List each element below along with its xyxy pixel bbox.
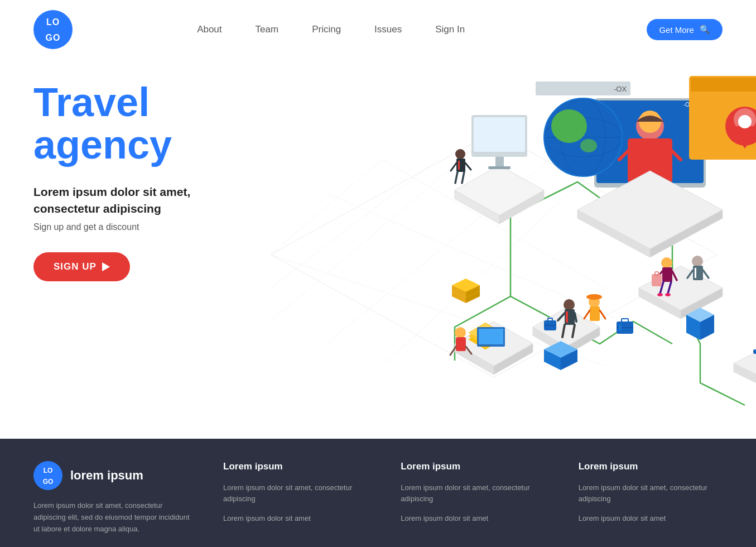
- site-footer: lorem ipsum Lorem ipsum dolor sit amet, …: [0, 439, 756, 547]
- main-section: Travel agency Lorem ipsum dolor sit amet…: [0, 59, 756, 439]
- footer-logo-icon: [33, 461, 62, 490]
- svg-point-51: [455, 149, 465, 159]
- svg-rect-48: [474, 117, 525, 152]
- svg-line-55: [465, 163, 471, 170]
- svg-rect-49: [495, 157, 504, 167]
- svg-point-74: [665, 293, 671, 296]
- svg-line-42: [584, 310, 590, 319]
- svg-marker-64: [639, 266, 723, 310]
- svg-rect-21: [479, 329, 503, 344]
- nav-issues[interactable]: Issues: [374, 24, 402, 35]
- svg-marker-44: [455, 165, 544, 215]
- svg-rect-78: [693, 266, 703, 280]
- hero-description: Sign up and get a discount: [33, 222, 234, 232]
- svg-point-73: [657, 293, 663, 296]
- svg-point-29: [564, 299, 575, 310]
- svg-point-116: [738, 115, 752, 128]
- footer-col2-link1: Lorem ipsum dolor sit amet, consectetur …: [223, 482, 367, 504]
- footer-brand-col: lorem ipsum Lorem ipsum dolor sit amet, …: [33, 461, 190, 539]
- svg-rect-41: [590, 306, 600, 321]
- svg-line-54: [451, 163, 456, 171]
- svg-point-105: [551, 109, 587, 143]
- svg-line-81: [703, 270, 709, 278]
- footer-brand-name: lorem ipsum: [70, 468, 143, 483]
- search-icon: 🔍: [700, 25, 710, 35]
- svg-rect-75: [652, 274, 662, 286]
- footer-col-3: Lorem ipsum Lorem ipsum dolor sit amet, …: [401, 461, 545, 539]
- svg-point-77: [692, 256, 703, 267]
- svg-rect-50: [488, 166, 511, 169]
- svg-rect-23: [456, 337, 466, 351]
- main-nav: About Team Pricing Issues Sign In: [163, 24, 465, 35]
- footer-col3-link2: Lorem ipsum dolor sit amet: [401, 513, 545, 524]
- svg-line-6: [271, 160, 382, 255]
- svg-rect-52: [456, 159, 465, 172]
- nav-team[interactable]: Team: [256, 24, 279, 35]
- footer-brand-desc: Lorem ipsum dolor sit amet, consectetur …: [33, 500, 190, 535]
- svg-line-56: [455, 172, 458, 183]
- footer-col4-title: Lorem ipsum: [579, 461, 723, 472]
- svg-rect-111: [691, 78, 756, 92]
- nav-pricing[interactable]: Pricing: [312, 24, 341, 35]
- svg-rect-31: [566, 311, 568, 323]
- svg-point-40: [586, 294, 602, 300]
- nav-signin[interactable]: Sign In: [435, 24, 465, 35]
- footer-col3-title: Lorem ipsum: [401, 461, 545, 472]
- hero-title: Travel agency: [33, 81, 234, 166]
- play-icon: [102, 262, 110, 271]
- footer-col-4: Lorem ipsum Lorem ipsum dolor sit amet, …: [579, 461, 723, 539]
- svg-rect-85: [619, 324, 622, 331]
- hero-subtitle: Lorem ipsum dolor sit amet,consectetur a…: [33, 184, 234, 217]
- svg-rect-79: [695, 268, 696, 278]
- svg-point-22: [455, 327, 466, 338]
- footer-logo-row: lorem ipsum: [33, 461, 190, 490]
- hero-content: Travel agency Lorem ipsum dolor sit amet…: [0, 59, 234, 439]
- hero-illustration: -OX -OX: [215, 59, 756, 439]
- footer-col2-link2: Lorem ipsum dolor sit amet: [223, 513, 367, 524]
- get-more-button[interactable]: Get More 🔍: [647, 19, 723, 40]
- svg-rect-53: [458, 161, 460, 170]
- logo[interactable]: [33, 10, 73, 49]
- logo-icon: [33, 10, 73, 49]
- svg-rect-68: [662, 267, 672, 282]
- site-header: About Team Pricing Issues Sign In Get Mo…: [0, 0, 756, 59]
- svg-text:-OX: -OX: [614, 85, 627, 93]
- nav-about[interactable]: About: [197, 24, 221, 35]
- svg-point-67: [661, 257, 672, 268]
- footer-col-2: Lorem ipsum Lorem ipsum dolor sit amet, …: [223, 461, 367, 539]
- footer-col3-link1: Lorem ipsum dolor sit amet, consectetur …: [401, 482, 545, 504]
- footer-col4-link1: Lorem ipsum dolor sit amet, consectetur …: [579, 482, 723, 504]
- svg-line-7: [271, 160, 438, 288]
- footer-col2-title: Lorem ipsum: [223, 461, 367, 472]
- footer-col4-link2: Lorem ipsum dolor sit amet: [579, 513, 723, 524]
- signup-button[interactable]: SIGN UP: [33, 252, 130, 281]
- svg-point-106: [580, 139, 597, 152]
- svg-line-57: [462, 172, 464, 183]
- header-actions: Get More 🔍: [647, 19, 723, 40]
- svg-rect-129: [753, 349, 756, 354]
